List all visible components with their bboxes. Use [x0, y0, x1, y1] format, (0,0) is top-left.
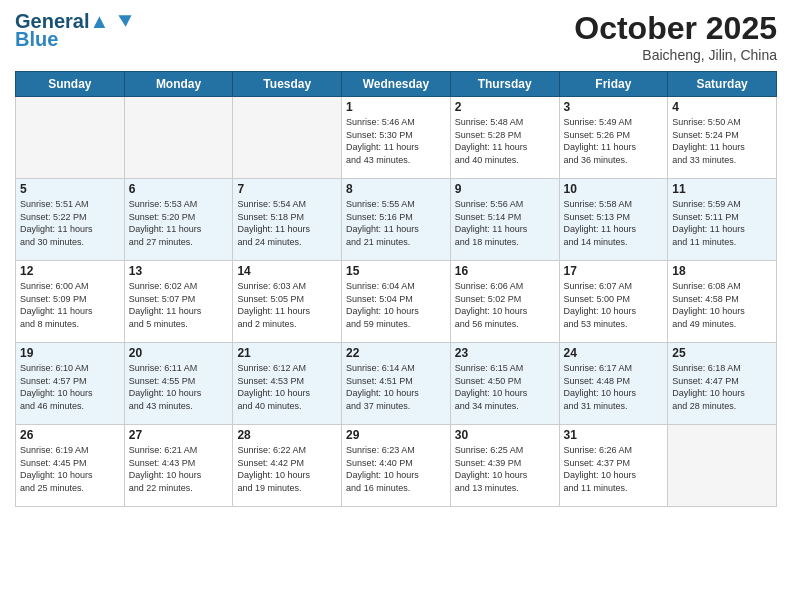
day-number: 13: [129, 264, 229, 278]
calendar-day-26: 26Sunrise: 6:19 AM Sunset: 4:45 PM Dayli…: [16, 425, 125, 507]
day-number: 26: [20, 428, 120, 442]
day-number: 24: [564, 346, 664, 360]
calendar-day-11: 11Sunrise: 5:59 AM Sunset: 5:11 PM Dayli…: [668, 179, 777, 261]
day-number: 3: [564, 100, 664, 114]
calendar-day-18: 18Sunrise: 6:08 AM Sunset: 4:58 PM Dayli…: [668, 261, 777, 343]
calendar-day-30: 30Sunrise: 6:25 AM Sunset: 4:39 PM Dayli…: [450, 425, 559, 507]
calendar-day-7: 7Sunrise: 5:54 AM Sunset: 5:18 PM Daylig…: [233, 179, 342, 261]
day-info: Sunrise: 6:02 AM Sunset: 5:07 PM Dayligh…: [129, 280, 229, 330]
day-info: Sunrise: 5:58 AM Sunset: 5:13 PM Dayligh…: [564, 198, 664, 248]
day-number: 12: [20, 264, 120, 278]
calendar-day-27: 27Sunrise: 6:21 AM Sunset: 4:43 PM Dayli…: [124, 425, 233, 507]
day-info: Sunrise: 5:53 AM Sunset: 5:20 PM Dayligh…: [129, 198, 229, 248]
day-info: Sunrise: 6:15 AM Sunset: 4:50 PM Dayligh…: [455, 362, 555, 412]
day-number: 19: [20, 346, 120, 360]
day-number: 27: [129, 428, 229, 442]
day-info: Sunrise: 6:22 AM Sunset: 4:42 PM Dayligh…: [237, 444, 337, 494]
calendar-day-10: 10Sunrise: 5:58 AM Sunset: 5:13 PM Dayli…: [559, 179, 668, 261]
day-info: Sunrise: 5:56 AM Sunset: 5:14 PM Dayligh…: [455, 198, 555, 248]
calendar-day-3: 3Sunrise: 5:49 AM Sunset: 5:26 PM Daylig…: [559, 97, 668, 179]
calendar-day-empty: [124, 97, 233, 179]
calendar-week-row: 5Sunrise: 5:51 AM Sunset: 5:22 PM Daylig…: [16, 179, 777, 261]
day-info: Sunrise: 6:06 AM Sunset: 5:02 PM Dayligh…: [455, 280, 555, 330]
day-number: 2: [455, 100, 555, 114]
day-number: 28: [237, 428, 337, 442]
header: General▲ Blue October 2025 Baicheng, Jil…: [15, 10, 777, 63]
calendar-day-1: 1Sunrise: 5:46 AM Sunset: 5:30 PM Daylig…: [342, 97, 451, 179]
day-info: Sunrise: 6:10 AM Sunset: 4:57 PM Dayligh…: [20, 362, 120, 412]
day-header-thursday: Thursday: [450, 72, 559, 97]
day-info: Sunrise: 5:49 AM Sunset: 5:26 PM Dayligh…: [564, 116, 664, 166]
day-number: 11: [672, 182, 772, 196]
day-header-saturday: Saturday: [668, 72, 777, 97]
day-number: 8: [346, 182, 446, 196]
calendar-day-24: 24Sunrise: 6:17 AM Sunset: 4:48 PM Dayli…: [559, 343, 668, 425]
day-info: Sunrise: 5:55 AM Sunset: 5:16 PM Dayligh…: [346, 198, 446, 248]
day-info: Sunrise: 6:23 AM Sunset: 4:40 PM Dayligh…: [346, 444, 446, 494]
day-number: 31: [564, 428, 664, 442]
calendar-day-25: 25Sunrise: 6:18 AM Sunset: 4:47 PM Dayli…: [668, 343, 777, 425]
day-number: 9: [455, 182, 555, 196]
calendar-week-row: 26Sunrise: 6:19 AM Sunset: 4:45 PM Dayli…: [16, 425, 777, 507]
day-number: 1: [346, 100, 446, 114]
day-number: 6: [129, 182, 229, 196]
day-header-friday: Friday: [559, 72, 668, 97]
location-subtitle: Baicheng, Jilin, China: [574, 47, 777, 63]
calendar-day-28: 28Sunrise: 6:22 AM Sunset: 4:42 PM Dayli…: [233, 425, 342, 507]
calendar-day-20: 20Sunrise: 6:11 AM Sunset: 4:55 PM Dayli…: [124, 343, 233, 425]
day-number: 10: [564, 182, 664, 196]
svg-marker-0: [119, 15, 132, 27]
day-info: Sunrise: 6:11 AM Sunset: 4:55 PM Dayligh…: [129, 362, 229, 412]
day-number: 5: [20, 182, 120, 196]
day-info: Sunrise: 6:08 AM Sunset: 4:58 PM Dayligh…: [672, 280, 772, 330]
day-header-tuesday: Tuesday: [233, 72, 342, 97]
day-info: Sunrise: 6:04 AM Sunset: 5:04 PM Dayligh…: [346, 280, 446, 330]
day-info: Sunrise: 6:25 AM Sunset: 4:39 PM Dayligh…: [455, 444, 555, 494]
calendar-day-14: 14Sunrise: 6:03 AM Sunset: 5:05 PM Dayli…: [233, 261, 342, 343]
day-info: Sunrise: 6:00 AM Sunset: 5:09 PM Dayligh…: [20, 280, 120, 330]
calendar-day-5: 5Sunrise: 5:51 AM Sunset: 5:22 PM Daylig…: [16, 179, 125, 261]
day-info: Sunrise: 6:07 AM Sunset: 5:00 PM Dayligh…: [564, 280, 664, 330]
day-number: 7: [237, 182, 337, 196]
day-info: Sunrise: 6:14 AM Sunset: 4:51 PM Dayligh…: [346, 362, 446, 412]
calendar-day-2: 2Sunrise: 5:48 AM Sunset: 5:28 PM Daylig…: [450, 97, 559, 179]
calendar-week-row: 12Sunrise: 6:00 AM Sunset: 5:09 PM Dayli…: [16, 261, 777, 343]
day-info: Sunrise: 5:51 AM Sunset: 5:22 PM Dayligh…: [20, 198, 120, 248]
day-number: 16: [455, 264, 555, 278]
calendar-day-8: 8Sunrise: 5:55 AM Sunset: 5:16 PM Daylig…: [342, 179, 451, 261]
calendar-day-15: 15Sunrise: 6:04 AM Sunset: 5:04 PM Dayli…: [342, 261, 451, 343]
calendar-day-9: 9Sunrise: 5:56 AM Sunset: 5:14 PM Daylig…: [450, 179, 559, 261]
day-number: 15: [346, 264, 446, 278]
day-info: Sunrise: 5:59 AM Sunset: 5:11 PM Dayligh…: [672, 198, 772, 248]
calendar-table: SundayMondayTuesdayWednesdayThursdayFrid…: [15, 71, 777, 507]
calendar-day-empty: [233, 97, 342, 179]
calendar-week-row: 1Sunrise: 5:46 AM Sunset: 5:30 PM Daylig…: [16, 97, 777, 179]
day-info: Sunrise: 6:19 AM Sunset: 4:45 PM Dayligh…: [20, 444, 120, 494]
calendar-day-12: 12Sunrise: 6:00 AM Sunset: 5:09 PM Dayli…: [16, 261, 125, 343]
day-info: Sunrise: 6:21 AM Sunset: 4:43 PM Dayligh…: [129, 444, 229, 494]
calendar-week-row: 19Sunrise: 6:10 AM Sunset: 4:57 PM Dayli…: [16, 343, 777, 425]
calendar-day-21: 21Sunrise: 6:12 AM Sunset: 4:53 PM Dayli…: [233, 343, 342, 425]
day-number: 25: [672, 346, 772, 360]
day-number: 23: [455, 346, 555, 360]
day-info: Sunrise: 5:54 AM Sunset: 5:18 PM Dayligh…: [237, 198, 337, 248]
day-header-sunday: Sunday: [16, 72, 125, 97]
day-info: Sunrise: 6:12 AM Sunset: 4:53 PM Dayligh…: [237, 362, 337, 412]
day-info: Sunrise: 6:03 AM Sunset: 5:05 PM Dayligh…: [237, 280, 337, 330]
calendar-day-16: 16Sunrise: 6:06 AM Sunset: 5:02 PM Dayli…: [450, 261, 559, 343]
day-number: 30: [455, 428, 555, 442]
day-info: Sunrise: 6:18 AM Sunset: 4:47 PM Dayligh…: [672, 362, 772, 412]
calendar-day-31: 31Sunrise: 6:26 AM Sunset: 4:37 PM Dayli…: [559, 425, 668, 507]
calendar-day-6: 6Sunrise: 5:53 AM Sunset: 5:20 PM Daylig…: [124, 179, 233, 261]
day-number: 14: [237, 264, 337, 278]
calendar-day-empty: [16, 97, 125, 179]
calendar-day-17: 17Sunrise: 6:07 AM Sunset: 5:00 PM Dayli…: [559, 261, 668, 343]
calendar-day-4: 4Sunrise: 5:50 AM Sunset: 5:24 PM Daylig…: [668, 97, 777, 179]
calendar-day-22: 22Sunrise: 6:14 AM Sunset: 4:51 PM Dayli…: [342, 343, 451, 425]
day-number: 21: [237, 346, 337, 360]
logo-icon: [111, 10, 133, 32]
day-number: 20: [129, 346, 229, 360]
calendar-day-empty: [668, 425, 777, 507]
title-block: October 2025 Baicheng, Jilin, China: [574, 10, 777, 63]
calendar-day-13: 13Sunrise: 6:02 AM Sunset: 5:07 PM Dayli…: [124, 261, 233, 343]
